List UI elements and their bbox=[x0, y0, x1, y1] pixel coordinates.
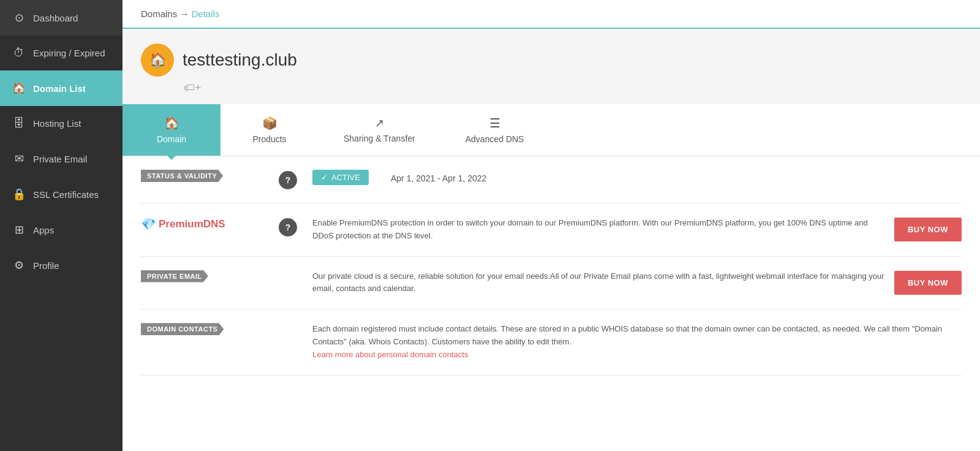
gem-icon: 💎 bbox=[141, 217, 156, 232]
premium-dns-description: Enable PremiumDNS protection in order to… bbox=[312, 217, 884, 243]
status-help-icon[interactable]: ? bbox=[279, 171, 297, 189]
date-range: Apr 1, 2021 - Apr 1, 2022 bbox=[391, 170, 486, 187]
premium-dns-content: Enable PremiumDNS protection in order to… bbox=[312, 217, 962, 243]
active-badge: ✓ ACTIVE bbox=[312, 170, 369, 185]
sidebar-item-domain-list[interactable]: 🏠 Domain List bbox=[0, 70, 123, 106]
domain-contacts-label: DOMAIN CONTACTS bbox=[141, 323, 224, 335]
dashboard-icon: ⊙ bbox=[12, 11, 26, 25]
private-email-label-col: PRIVATE EMAIL bbox=[141, 270, 263, 282]
active-text: ACTIVE bbox=[331, 173, 360, 182]
sidebar-label-apps: Apps bbox=[33, 225, 54, 235]
private-email-label: PRIVATE EMAIL bbox=[141, 270, 208, 282]
domain-contacts-content: Each domain registered must include cont… bbox=[312, 323, 962, 361]
tab-domain-label: Domain bbox=[157, 134, 186, 144]
domain-header: 🏠 testtesting.club bbox=[123, 29, 980, 77]
breadcrumb-current: Details bbox=[192, 9, 220, 19]
section-domain-contacts: DOMAIN CONTACTS Each domain registered m… bbox=[141, 309, 962, 375]
status-content: ✓ ACTIVE Apr 1, 2021 - Apr 1, 2022 bbox=[312, 170, 962, 187]
domain-contacts-link[interactable]: Learn more about personal domain contact… bbox=[312, 350, 468, 359]
status-help-col: ? bbox=[276, 170, 300, 189]
tab-products[interactable]: 📦 Products bbox=[221, 104, 318, 156]
domain-contacts-label-col: DOMAIN CONTACTS bbox=[141, 323, 263, 335]
sidebar-item-hosting-list[interactable]: 🗄 Hosting List bbox=[0, 106, 123, 141]
breadcrumb-parent[interactable]: Domains bbox=[141, 9, 177, 19]
sidebar-item-profile[interactable]: ⚙ Profile bbox=[0, 248, 123, 283]
tab-domain-icon: 🏠 bbox=[164, 116, 179, 131]
section-premium-dns: 💎 PremiumDNS ? Enable PremiumDNS protect… bbox=[141, 203, 962, 257]
main-content: Domains → Details 🏠 testtesting.club 🏷+ … bbox=[123, 0, 980, 451]
status-label-col: STATUS & VALIDITY bbox=[141, 170, 263, 182]
premium-dns-text: PremiumDNS bbox=[159, 218, 225, 230]
domain-icon: 🏠 bbox=[141, 44, 174, 77]
tab-spacer bbox=[549, 104, 980, 156]
domain-contacts-spacer bbox=[276, 323, 300, 324]
sidebar-label-private-email: Private Email bbox=[33, 154, 87, 164]
sidebar-item-dashboard[interactable]: ⊙ Dashboard bbox=[0, 0, 123, 36]
private-email-spacer bbox=[276, 270, 300, 271]
expiring-icon: ⏱ bbox=[12, 47, 26, 59]
ssl-icon: 🔒 bbox=[12, 188, 26, 201]
domain-list-icon: 🏠 bbox=[12, 81, 26, 95]
private-email-description: Our private cloud is a secure, reliable … bbox=[312, 270, 884, 296]
breadcrumb: Domains → Details bbox=[123, 0, 980, 29]
premium-dns-help-icon[interactable]: ? bbox=[279, 218, 297, 237]
sidebar-label-expiring: Expiring / Expired bbox=[33, 48, 105, 58]
checkmark-icon: ✓ bbox=[321, 173, 328, 182]
tab-sharing-label: Sharing & Transfer bbox=[344, 134, 415, 143]
tab-dns-label: Advanced DNS bbox=[466, 134, 524, 144]
content-area: STATUS & VALIDITY ? ✓ ACTIVE Apr 1, 2021… bbox=[123, 156, 980, 451]
sidebar-label-hosting: Hosting List bbox=[33, 118, 81, 129]
tab-products-label: Products bbox=[252, 134, 286, 144]
apps-icon: ⊞ bbox=[12, 223, 26, 237]
domain-contacts-description: Each domain registered must include cont… bbox=[312, 323, 962, 361]
sidebar-item-ssl[interactable]: 🔒 SSL Certificates bbox=[0, 176, 123, 212]
private-email-buy-button[interactable]: BUY NOW bbox=[894, 271, 962, 295]
tab-domain[interactable]: 🏠 Domain bbox=[123, 104, 221, 156]
sidebar-label-profile: Profile bbox=[33, 260, 59, 271]
sidebar-item-expiring[interactable]: ⏱ Expiring / Expired bbox=[0, 36, 123, 70]
domain-name: testtesting.club bbox=[183, 50, 297, 70]
section-status-validity: STATUS & VALIDITY ? ✓ ACTIVE Apr 1, 2021… bbox=[141, 156, 962, 203]
sidebar-label-ssl: SSL Certificates bbox=[33, 189, 99, 200]
sidebar-item-apps[interactable]: ⊞ Apps bbox=[0, 212, 123, 248]
sidebar-item-private-email[interactable]: ✉ Private Email bbox=[0, 141, 123, 176]
section-private-email: PRIVATE EMAIL Our private cloud is a sec… bbox=[141, 257, 962, 310]
tab-products-icon: 📦 bbox=[262, 116, 277, 131]
breadcrumb-arrow: → bbox=[179, 9, 191, 19]
private-email-icon: ✉ bbox=[12, 152, 26, 165]
premium-dns-help-col: ? bbox=[276, 217, 300, 237]
sidebar-label-domain-list: Domain List bbox=[33, 83, 86, 94]
tab-advanced-dns[interactable]: ☰ Advanced DNS bbox=[440, 104, 549, 156]
sidebar: ⊙ Dashboard ⏱ Expiring / Expired 🏠 Domai… bbox=[0, 0, 123, 451]
private-email-content: Our private cloud is a secure, reliable … bbox=[312, 270, 962, 296]
premium-dns-buy-button[interactable]: BUY NOW bbox=[894, 218, 962, 241]
premium-dns-label-col: 💎 PremiumDNS bbox=[141, 217, 263, 232]
tabs: 🏠 Domain 📦 Products ↗ Sharing & Transfer… bbox=[123, 104, 980, 156]
status-validity-label: STATUS & VALIDITY bbox=[141, 170, 223, 182]
sidebar-label-dashboard: Dashboard bbox=[33, 13, 78, 23]
tab-dns-icon: ☰ bbox=[489, 116, 500, 131]
tab-sharing-icon: ↗ bbox=[375, 116, 384, 130]
hosting-icon: 🗄 bbox=[12, 117, 26, 130]
profile-icon: ⚙ bbox=[12, 259, 26, 272]
tab-sharing-transfer[interactable]: ↗ Sharing & Transfer bbox=[318, 104, 440, 156]
domain-tag-area[interactable]: 🏷+ bbox=[123, 77, 980, 94]
